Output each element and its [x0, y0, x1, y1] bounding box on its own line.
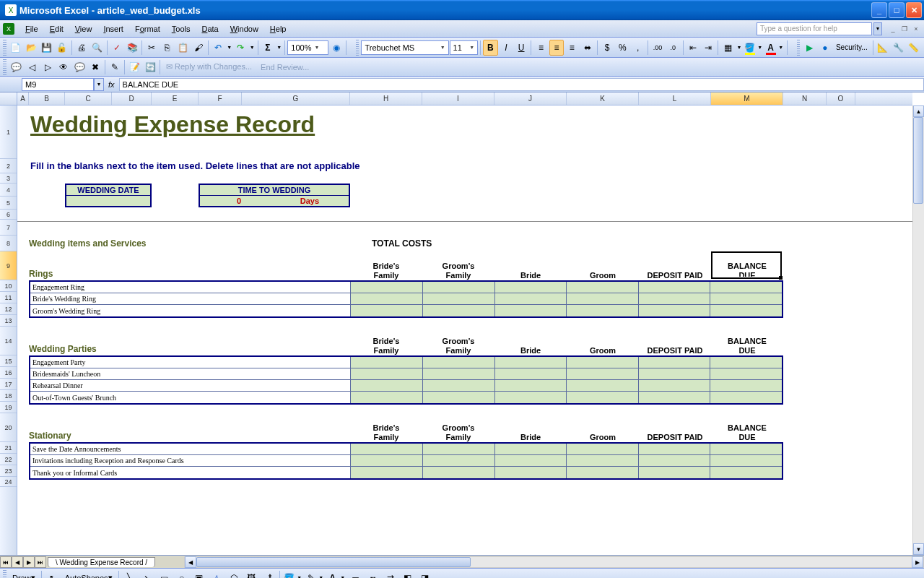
cut-icon[interactable]: ✂ — [144, 40, 159, 56]
col-header-D[interactable]: D — [112, 92, 152, 105]
scroll-left-icon[interactable]: ◀ — [185, 556, 196, 568]
macro-play-icon[interactable]: ▶ — [802, 40, 816, 56]
open-icon[interactable]: 📂 — [24, 40, 38, 56]
table-row[interactable]: Out-of-Town Guests' Brunch — [30, 392, 782, 403]
item-cell[interactable]: Rehearsal Dinner — [30, 380, 350, 391]
value-cell[interactable] — [422, 293, 494, 304]
undo-dropdown[interactable]: ▼ — [226, 45, 232, 50]
arrow-style-icon[interactable]: ⇄ — [383, 570, 398, 579]
value-cell[interactable] — [422, 380, 494, 391]
item-cell[interactable]: Invitations including Reception and Resp… — [30, 455, 350, 466]
scroll-thumb[interactable] — [913, 117, 923, 204]
align-left-icon[interactable]: ≡ — [533, 40, 548, 56]
value-cell[interactable] — [494, 467, 567, 478]
value-cell[interactable] — [710, 305, 782, 316]
vertical-scrollbar[interactable]: ▲ ▼ — [912, 105, 924, 555]
value-cell[interactable] — [710, 392, 782, 403]
table-row[interactable]: Save the Date Announcements — [30, 444, 782, 455]
menu-view[interactable]: View — [70, 23, 97, 35]
value-cell[interactable] — [494, 392, 567, 403]
value-cell[interactable] — [638, 392, 710, 403]
row-header-17[interactable]: 17 — [0, 379, 17, 390]
diagram-icon[interactable]: ⬡ — [226, 570, 242, 579]
increase-decimal-icon[interactable]: .00 — [650, 40, 665, 56]
scroll-down-icon[interactable]: ▼ — [913, 543, 924, 555]
menu-tools[interactable]: Tools — [167, 23, 196, 35]
line-icon[interactable]: ╲ — [122, 570, 138, 579]
menu-window[interactable]: Window — [225, 23, 263, 35]
undo-icon[interactable]: ↶ — [211, 40, 225, 56]
show-comment-icon[interactable]: 👁 — [56, 59, 71, 75]
value-cell[interactable] — [422, 455, 494, 466]
value-cell[interactable] — [494, 357, 567, 368]
workbook-close[interactable]: × — [911, 24, 921, 34]
copy-icon[interactable]: ⎘ — [160, 40, 175, 56]
3d-icon[interactable]: ◨ — [417, 570, 433, 579]
bold-icon[interactable]: B — [483, 40, 498, 56]
value-cell[interactable] — [566, 357, 638, 368]
value-cell[interactable] — [350, 455, 422, 466]
draw-menu[interactable]: Draw ▾ — [9, 570, 38, 579]
table-row[interactable]: Bridesmaids' Luncheon — [30, 368, 782, 380]
select-all-corner[interactable] — [0, 92, 17, 105]
font-size-combo[interactable]: 11▼ — [450, 40, 479, 55]
value-cell[interactable] — [638, 282, 710, 293]
redo-dropdown[interactable]: ▼ — [249, 45, 256, 50]
menu-file[interactable]: File — [20, 23, 43, 35]
value-cell[interactable] — [566, 293, 638, 304]
col-header-F[interactable]: F — [199, 92, 242, 105]
autoshapes-menu[interactable]: AutoShapes ▾ — [62, 570, 116, 579]
value-cell[interactable] — [350, 392, 422, 403]
table-row[interactable]: Groom's Wedding Ring — [30, 305, 782, 316]
menu-help[interactable]: Help — [265, 23, 292, 35]
row-header-22[interactable]: 22 — [0, 454, 17, 465]
row-header-12[interactable]: 12 — [0, 303, 17, 315]
value-cell[interactable] — [566, 282, 638, 293]
row-header-10[interactable]: 10 — [0, 280, 17, 292]
prev-comment-icon[interactable]: ◁ — [24, 59, 40, 75]
decrease-decimal-icon[interactable]: .0 — [666, 40, 680, 56]
print-icon[interactable]: 🖨 — [74, 40, 89, 56]
item-cell[interactable]: Engagement Ring — [30, 282, 350, 293]
maximize-button[interactable]: □ — [889, 2, 905, 18]
value-cell[interactable] — [494, 455, 567, 466]
minimize-button[interactable]: _ — [871, 2, 887, 18]
row-header-4[interactable]: 4 — [0, 184, 17, 197]
row-header-20[interactable]: 20 — [0, 413, 17, 442]
value-cell[interactable] — [566, 305, 638, 316]
item-cell[interactable]: Out-of-Town Guests' Brunch — [30, 392, 350, 403]
menu-data[interactable]: Data — [196, 23, 223, 35]
paste-icon[interactable]: 📋 — [175, 40, 190, 56]
value-cell[interactable] — [566, 368, 638, 379]
arrow-icon[interactable]: ↘ — [139, 570, 155, 579]
save-icon[interactable]: 💾 — [39, 40, 53, 56]
value-cell[interactable] — [638, 380, 710, 391]
borders-icon[interactable]: ▦ — [720, 40, 735, 56]
table-row[interactable]: Thank you or Informal Cards — [30, 467, 782, 478]
close-button[interactable]: ✕ — [906, 2, 922, 18]
help-icon[interactable]: ◉ — [329, 40, 344, 56]
row-header-13[interactable]: 13 — [0, 315, 17, 327]
item-cell[interactable]: Groom's Wedding Ring — [30, 305, 350, 316]
autosum-dropdown[interactable]: ▼ — [276, 45, 282, 50]
row-header-19[interactable]: 19 — [0, 402, 17, 413]
value-cell[interactable] — [638, 357, 710, 368]
toolbar-grip-3[interactable] — [797, 40, 801, 56]
item-cell[interactable]: Save the Date Announcements — [30, 444, 350, 454]
textbox-icon[interactable]: ▣ — [191, 570, 207, 579]
rectangle-icon[interactable]: ▭ — [157, 570, 173, 579]
help-search-box[interactable]: Type a question for help — [757, 22, 872, 35]
fill-color-draw-icon[interactable]: 🪣 — [283, 570, 296, 579]
table-row[interactable]: Engagement Ring — [30, 282, 782, 293]
row-header-6[interactable]: 6 — [0, 210, 17, 220]
vba-icon[interactable]: 📐 — [876, 40, 890, 56]
new-comment-icon[interactable]: 💬 — [8, 59, 24, 75]
help-search-dropdown[interactable]: ▼ — [873, 22, 882, 35]
table-row[interactable]: Bride's Wedding Ring — [30, 293, 782, 305]
percent-icon[interactable]: % — [615, 40, 629, 56]
design-mode-icon[interactable]: 📏 — [906, 40, 920, 56]
value-cell[interactable] — [710, 357, 782, 368]
toolbar-grip[interactable] — [3, 40, 6, 56]
workbook-minimize[interactable]: _ — [888, 24, 898, 34]
show-all-comments-icon[interactable]: 💬 — [71, 59, 87, 75]
